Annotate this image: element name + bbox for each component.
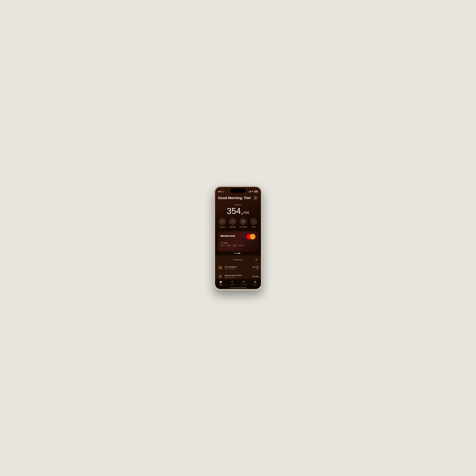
nav-invest[interactable]: Invest: [227, 280, 238, 286]
exchange-button[interactable]: € Exchange: [240, 218, 247, 228]
status-icons: 100: [249, 190, 258, 193]
transaction-item[interactable]: 10X 10X Designers Today, 9:47 AM -94,11€…: [218, 264, 258, 272]
tx-amount-raycast: -55,04€: [252, 275, 258, 277]
balance-amount: 354, 55€: [218, 207, 258, 215]
deposit-icon: +: [219, 218, 226, 225]
more-button[interactable]: ··· More: [250, 218, 257, 228]
payments-icon: [242, 280, 245, 284]
tx-time-raycast: Today, 9:33 AM: [224, 277, 252, 278]
more-icon: [255, 197, 256, 199]
svg-line-1: [257, 260, 257, 261]
nav-payments[interactable]: Payments: [238, 280, 250, 286]
carousel-dot-2[interactable]: [238, 253, 240, 254]
mc-yellow-circle: [250, 234, 255, 239]
status-time: 9:41 ▲: [218, 190, 224, 193]
withdraw-label: Withdraw: [229, 226, 236, 228]
location-icon: ▲: [222, 191, 224, 192]
tx-avatar-10x: 10X: [218, 265, 223, 271]
battery-icon: 100: [254, 190, 258, 193]
carousel-dot-1[interactable]: [234, 253, 237, 254]
tx-primary-raycast: -55,04€: [252, 275, 258, 277]
balance-section: Balance 354, 55€: [215, 201, 261, 218]
exchange-label: Exchange: [240, 226, 247, 228]
scroll-content: Good Morning, Tim! Balance 354, 55€: [215, 194, 261, 280]
tx-name-raycast: Raycast Merch Store: [224, 274, 252, 276]
nav-start-label: Start: [220, 284, 222, 286]
shop-icon: [254, 280, 257, 284]
more-label: More: [252, 226, 255, 228]
tx-secondary-10x: -99$: [252, 268, 258, 270]
exchange-icon: €: [240, 218, 247, 225]
invest-icon: [231, 280, 234, 284]
balance-cents: 55€: [243, 211, 249, 215]
tx-amount-10x: -94,11€ -99$: [252, 266, 258, 270]
search-button[interactable]: [255, 257, 258, 262]
tx-info-raycast: Raycast Merch Store Today, 9:33 AM: [224, 274, 252, 278]
card-number: 9123 · 1839 · 4852 · 1289: [221, 244, 255, 246]
time-display: 9:41: [218, 190, 222, 193]
card-holder: Tim Ritter: [221, 242, 255, 244]
carousel-dot-3[interactable]: [241, 253, 242, 254]
nav-start[interactable]: Start: [215, 280, 227, 286]
deposit-button[interactable]: + Deposit: [219, 218, 226, 228]
dynamic-island: [230, 188, 246, 193]
svg-point-0: [256, 259, 257, 260]
transactions-section: Transactions 10X 10X Designers Today, 9:…: [215, 255, 261, 280]
menu-button[interactable]: [253, 196, 258, 200]
more-dots-icon: ···: [250, 218, 257, 225]
signal-icon: [249, 191, 251, 192]
mastercard-logo: [246, 234, 255, 239]
mastercard-card[interactable]: Mastercard Tim Ritter 9123 · 1839 · 4852…: [218, 231, 258, 251]
withdraw-icon: −: [229, 218, 236, 225]
greeting-text: Good Morning, Tim!: [218, 196, 251, 200]
phone-screen: 9:41 ▲ 100: [215, 187, 261, 289]
home-icon: [219, 280, 222, 284]
home-indicator: [230, 288, 246, 288]
tx-primary-10x: -94,11€: [252, 266, 258, 268]
balance-label: Balance: [218, 204, 258, 206]
nav-shop-label: Shop: [254, 284, 257, 286]
withdraw-button[interactable]: − Withdraw: [229, 218, 236, 228]
carousel-dots: [215, 251, 261, 255]
card-section: Mastercard Tim Ritter 9123 · 1839 · 4852…: [215, 231, 261, 251]
tx-info-10x: 10X Designers Today, 9:47 AM: [224, 266, 252, 270]
battery-level: 100: [255, 191, 257, 192]
tx-name-10x: 10X Designers: [224, 266, 252, 268]
wifi-icon: [252, 190, 254, 192]
balance-main: 354,: [227, 207, 243, 215]
nav-invest-label: Invest: [230, 284, 234, 286]
tx-time-10x: Today, 9:47 AM: [224, 268, 252, 270]
deposit-label: Deposit: [220, 226, 225, 228]
nav-shop[interactable]: Shop: [250, 280, 261, 286]
nav-payments-label: Payments: [241, 284, 247, 286]
transactions-title: Transactions: [221, 259, 255, 261]
action-buttons: + Deposit − Withdraw € Exchange ··· More: [215, 218, 261, 231]
phone-frame: 9:41 ▲ 100: [214, 186, 262, 290]
app-header: Good Morning, Tim!: [215, 194, 261, 201]
transactions-header: Transactions: [218, 257, 258, 262]
tx-avatar-raycast: [218, 273, 223, 279]
